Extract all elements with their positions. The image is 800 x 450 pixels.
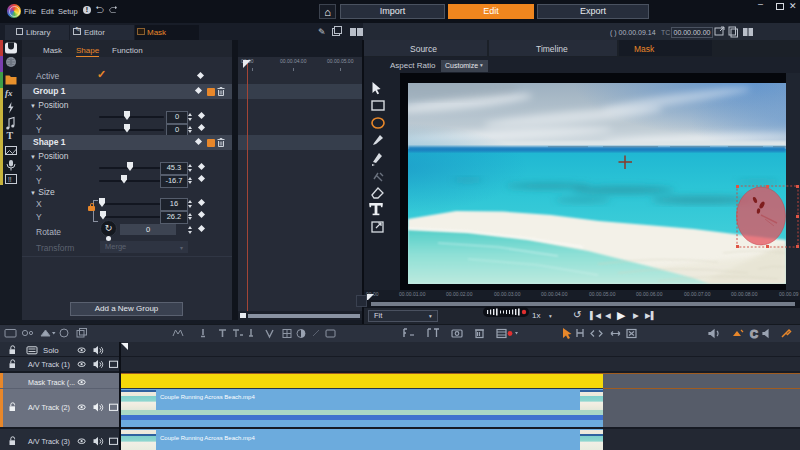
svg-text:Mask Track (...: Mask Track (... (28, 378, 75, 387)
svg-text:!!: !! (8, 176, 12, 183)
svg-text:C: C (750, 328, 758, 340)
svg-text:A/V Track (2): A/V Track (2) (28, 403, 70, 412)
svg-text:A/V Track (1): A/V Track (1) (28, 360, 70, 369)
svg-text:Solo: Solo (43, 346, 59, 355)
svg-text:A/V Track (3): A/V Track (3) (28, 437, 70, 446)
